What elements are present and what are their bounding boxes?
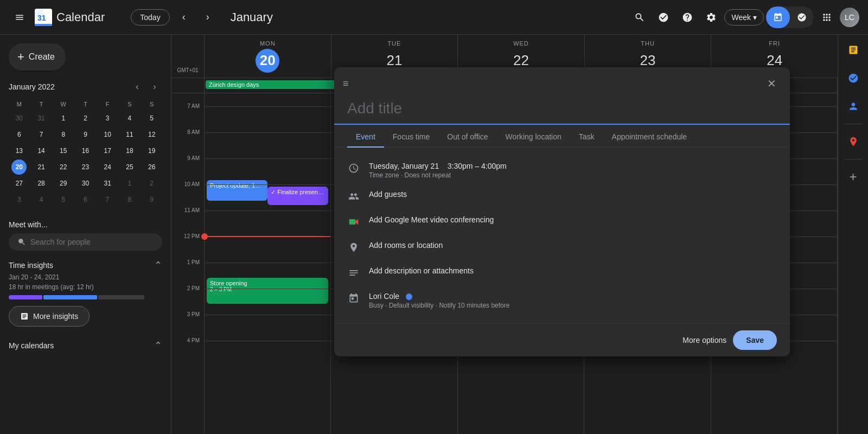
tab-focus[interactable]: Focus time [384, 127, 438, 148]
mini-day-21[interactable]: 21 [34, 159, 49, 175]
mini-day-14[interactable]: 14 [34, 143, 49, 158]
add-meet-label[interactable]: Add Google Meet video conferencing [369, 215, 777, 224]
mini-day-29[interactable]: 29 [56, 176, 71, 191]
mini-day-1[interactable]: 1 [56, 111, 71, 126]
mini-day-9next[interactable]: 9 [144, 192, 159, 207]
mini-day-7[interactable]: 7 [34, 127, 49, 142]
apps-button[interactable] [816, 7, 838, 28]
mini-day-3next[interactable]: 3 [11, 192, 27, 207]
insights-collapse-button[interactable]: ⌃ [154, 259, 162, 271]
mini-day-28[interactable]: 28 [34, 176, 49, 191]
gmt-label: GMT+01 [171, 35, 204, 78]
mini-day-17[interactable]: 17 [100, 143, 115, 158]
mini-day-7next[interactable]: 7 [100, 192, 115, 207]
maps-icon-btn[interactable] [843, 131, 864, 152]
mini-day-30[interactable]: 30 [78, 176, 93, 191]
calendar-detail[interactable]: Busy · Default visibility · Notify 10 mi… [369, 302, 777, 309]
mini-day-12[interactable]: 12 [144, 127, 159, 142]
mini-day-16[interactable]: 16 [78, 143, 93, 158]
mini-day-30prev[interactable]: 30 [11, 111, 27, 126]
modal-close-button[interactable]: ✕ [762, 74, 781, 93]
calendar-name-row[interactable]: Lori Cole [369, 292, 777, 301]
col-mon[interactable]: Project update, 10 AM ✓ Finalize present… [204, 93, 330, 434]
status-button[interactable] [653, 7, 674, 28]
app-logo: 31 Calendar [35, 9, 105, 26]
day-header-mon[interactable]: MON 20 [204, 35, 331, 78]
calendar-view-button[interactable] [766, 7, 790, 28]
mini-day-9[interactable]: 9 [78, 127, 93, 142]
add-icon-btn[interactable]: + [843, 166, 864, 188]
mini-day-31prev[interactable]: 31 [34, 111, 49, 126]
mini-cal-prev[interactable]: ‹ [130, 79, 145, 94]
event-title-input[interactable] [334, 95, 790, 125]
mini-day-25[interactable]: 25 [122, 159, 137, 175]
finalize-presentation-event[interactable]: ✓ Finalize presentation, 10: [267, 187, 328, 205]
more-insights-label: More insights [33, 312, 78, 321]
task-view-button[interactable] [790, 7, 814, 28]
add-guests-label[interactable]: Add guests [369, 190, 777, 199]
mini-calendar: January 2022 ‹ › M T W T F S S 30 31 1 2 [0, 79, 171, 216]
mini-day-5next[interactable]: 5 [56, 192, 71, 207]
mini-day-22[interactable]: 22 [56, 159, 71, 175]
mini-cal-next[interactable]: › [147, 79, 162, 94]
mini-day-19[interactable]: 19 [144, 143, 159, 158]
notes-icon-btn[interactable] [843, 39, 864, 61]
mini-day-26[interactable]: 26 [144, 159, 159, 175]
mini-day-4[interactable]: 4 [122, 111, 137, 126]
search-people-input[interactable] [30, 238, 154, 246]
mini-day-10[interactable]: 10 [100, 127, 115, 142]
mini-day-11[interactable]: 11 [122, 127, 137, 142]
mini-day-6next[interactable]: 6 [78, 192, 93, 207]
help-button[interactable] [676, 7, 698, 28]
tab-task[interactable]: Task [570, 127, 603, 148]
time-8am: 8 AM [171, 132, 204, 158]
tab-ooo[interactable]: Out of office [438, 127, 496, 148]
mini-day-31[interactable]: 31 [100, 176, 115, 191]
mini-day-1next[interactable]: 1 [122, 176, 137, 191]
mini-day-23[interactable]: 23 [78, 159, 93, 175]
store-opening-event[interactable]: Store opening 2 – 3 PM [207, 278, 328, 304]
mini-day-5[interactable]: 5 [144, 111, 159, 126]
tab-appointment[interactable]: Appointment schedule [603, 127, 696, 148]
settings-button[interactable] [700, 7, 722, 28]
mini-day-24[interactable]: 24 [100, 159, 115, 175]
mini-day-8next[interactable]: 8 [122, 192, 137, 207]
add-location-label[interactable]: Add rooms or location [369, 241, 777, 250]
mini-day-6[interactable]: 6 [11, 127, 27, 142]
my-calendars-collapse[interactable]: ⌃ [154, 340, 162, 352]
time-12pm: 12 PM [171, 237, 204, 263]
more-options-button[interactable]: More options [682, 336, 726, 344]
menu-button[interactable] [9, 7, 30, 28]
timezone-label[interactable]: Time zone · Does not repeat [369, 171, 777, 179]
search-button[interactable] [629, 7, 650, 28]
mini-day-20-today[interactable]: 20 [11, 159, 27, 175]
mini-day-27[interactable]: 27 [11, 176, 27, 191]
create-button[interactable]: + Create [9, 43, 66, 71]
mini-day-2[interactable]: 2 [78, 111, 93, 126]
mini-day-13[interactable]: 13 [11, 143, 27, 158]
mini-day-2next[interactable]: 2 [144, 176, 159, 191]
add-description-label[interactable]: Add description or attachments [369, 266, 777, 275]
mini-day-3[interactable]: 3 [100, 111, 115, 126]
create-plus-icon: + [17, 50, 24, 64]
save-button[interactable]: Save [733, 330, 777, 350]
mini-day-4next[interactable]: 4 [34, 192, 49, 207]
day-header-fri: F [97, 99, 118, 110]
tab-working-location[interactable]: Working location [497, 127, 570, 148]
more-insights-button[interactable]: More insights [9, 306, 90, 327]
user-avatar[interactable]: LC [840, 8, 859, 27]
mini-day-15[interactable]: 15 [56, 143, 71, 158]
view-selector[interactable]: Week ▾ [724, 9, 764, 25]
tasks-icon-btn[interactable] [843, 67, 864, 89]
mini-day-8[interactable]: 8 [56, 127, 71, 142]
project-update-event[interactable]: Project update, 10 AM [207, 180, 267, 201]
mini-day-18[interactable]: 18 [122, 143, 137, 158]
event-date-time[interactable]: Tuesday, January 21 3:30pm – 4:00pm [369, 162, 777, 170]
today-button[interactable]: Today [131, 9, 169, 25]
contacts-icon-btn[interactable] [843, 95, 864, 117]
day-name-tue: TUE [387, 40, 401, 47]
tab-event[interactable]: Event [347, 127, 384, 148]
next-arrow[interactable]: › [198, 8, 218, 27]
prev-arrow[interactable]: ‹ [174, 8, 194, 27]
search-people-container[interactable] [9, 233, 162, 251]
